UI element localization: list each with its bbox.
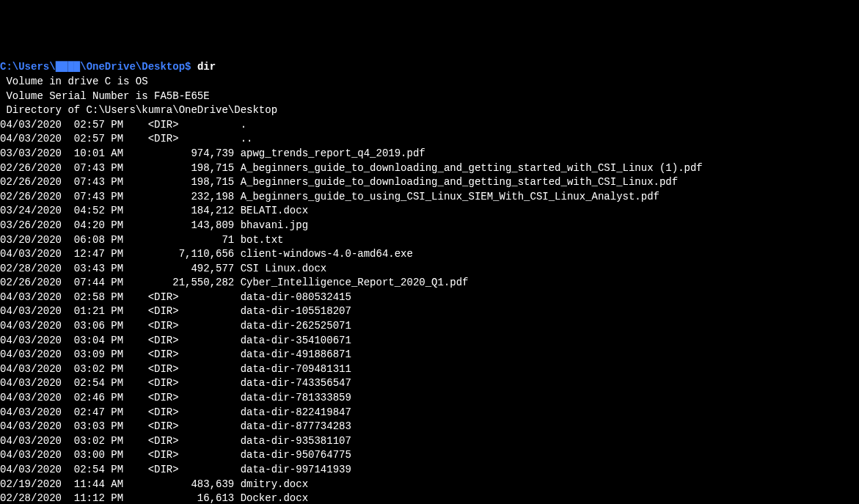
prompt-path-suffix: \OneDrive\Desktop	[80, 61, 185, 73]
volume-label: Volume in drive C is OS	[0, 75, 859, 90]
dir-entry: 04/03/2020 02:57 PM <DIR> ..	[0, 132, 859, 147]
dir-entry: 04/03/2020 03:06 PM <DIR> data-dir-26252…	[0, 319, 859, 334]
dir-entry: 04/03/2020 03:02 PM <DIR> data-dir-93538…	[0, 434, 859, 449]
dir-entry: 04/03/2020 03:09 PM <DIR> data-dir-49188…	[0, 348, 859, 362]
dir-entry: 03/26/2020 04:20 PM 143,809 bhavani.jpg	[0, 219, 859, 233]
dir-entry: 04/03/2020 03:03 PM <DIR> data-dir-87773…	[0, 420, 859, 434]
dir-entry: 04/03/2020 02:46 PM <DIR> data-dir-78133…	[0, 391, 859, 406]
directory-of: Directory of C:\Users\kumra\OneDrive\Des…	[0, 103, 859, 118]
volume-serial: Volume Serial Number is FA5B-E65E	[0, 90, 859, 104]
dir-entry: 04/03/2020 02:58 PM <DIR> data-dir-08053…	[0, 291, 859, 305]
dir-entry: 02/19/2020 11:44 AM 483,639 dmitry.docx	[0, 478, 859, 492]
dir-entry: 04/03/2020 03:00 PM <DIR> data-dir-95076…	[0, 448, 859, 463]
dir-entry: 02/26/2020 07:43 PM 198,715 A_beginners_…	[0, 175, 859, 190]
dir-entry: 02/28/2020 11:12 PM 16,613 Docker.docx	[0, 492, 859, 504]
dir-entry: 02/28/2020 03:43 PM 492,577 CSI Linux.do…	[0, 262, 859, 277]
dir-entry: 04/03/2020 02:54 PM <DIR> data-dir-99714…	[0, 463, 859, 478]
directory-listing: 04/03/2020 02:57 PM <DIR> .04/03/2020 02…	[0, 118, 859, 504]
dir-entry: 02/26/2020 07:43 PM 232,198 A_beginners_…	[0, 190, 859, 205]
dir-entry: 04/03/2020 03:04 PM <DIR> data-dir-35410…	[0, 334, 859, 348]
dir-entry: 04/03/2020 03:02 PM <DIR> data-dir-70948…	[0, 362, 859, 377]
dir-entry: 04/03/2020 02:54 PM <DIR> data-dir-74335…	[0, 376, 859, 391]
terminal-output[interactable]: C:\Users\████\OneDrive\Desktop$ dir Volu…	[0, 60, 859, 504]
dir-entry: 03/20/2020 06:08 PM 71 bot.txt	[0, 233, 859, 248]
dir-entry: 04/03/2020 02:57 PM <DIR> .	[0, 118, 859, 133]
dir-entry: 02/26/2020 07:44 PM 21,550,282 Cyber_Int…	[0, 276, 859, 291]
command-text: dir	[197, 61, 216, 73]
prompt-dollar: $	[185, 61, 191, 73]
dir-entry: 02/26/2020 07:43 PM 198,715 A_beginners_…	[0, 161, 859, 176]
dir-entry: 04/03/2020 02:47 PM <DIR> data-dir-82241…	[0, 406, 859, 420]
dir-entry: 04/03/2020 12:47 PM 7,110,656 client-win…	[0, 247, 859, 262]
dir-entry: 04/03/2020 01:21 PM <DIR> data-dir-10551…	[0, 304, 859, 319]
dir-entry: 03/24/2020 04:52 PM 184,212 BELATI.docx	[0, 204, 859, 219]
prompt-path-prefix: C:\Users\	[0, 61, 56, 73]
prompt-obscured-user: ████	[56, 61, 81, 73]
prompt-line: C:\Users\████\OneDrive\Desktop$ dir	[0, 60, 859, 75]
dir-entry: 03/03/2020 10:01 AM 974,739 apwg_trends_…	[0, 147, 859, 161]
